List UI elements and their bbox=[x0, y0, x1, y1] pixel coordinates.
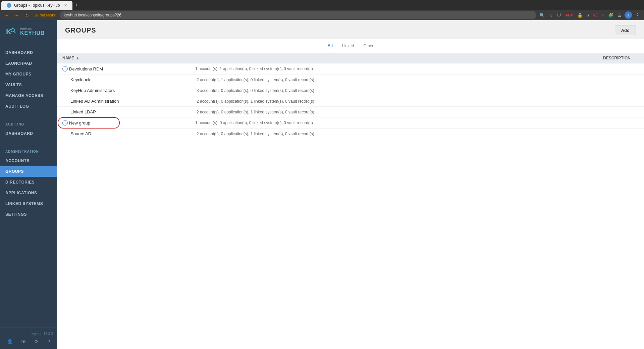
row-group-name: Keycloack bbox=[69, 77, 197, 82]
table-area: All Linked Other NAME ▲ DESCRIPTION i De… bbox=[57, 39, 644, 349]
sidebar-item-auditing-dashboard[interactable]: DASHBOARD bbox=[0, 128, 57, 139]
menu-button[interactable]: ⋮ bbox=[634, 11, 641, 19]
row-stats: 1 account(s), 0 application(s), 0 linked… bbox=[195, 120, 639, 125]
sidebar-logo: K topicus KEYHUB bbox=[0, 20, 57, 42]
browser-toolbar: ← → ↻ ⚠ Not secure keyhub.local/console/… bbox=[0, 10, 644, 20]
sidebar-item-launchpad[interactable]: LAUNCHPAD bbox=[0, 58, 57, 69]
address-bar[interactable]: keyhub.local/console/groups?26 bbox=[60, 11, 536, 19]
column-name-header[interactable]: NAME ▲ bbox=[62, 56, 197, 60]
sidebar: K topicus KEYHUB DASHBOARD LAUNCHPAD MY … bbox=[0, 20, 57, 349]
row-group-name-new: New group bbox=[68, 120, 195, 126]
user-icon[interactable]: 👤 bbox=[7, 339, 13, 344]
sidebar-item-directories[interactable]: DIRECTORIES bbox=[0, 177, 57, 188]
table-row-new-group[interactable]: i New group 1 account(s), 0 application(… bbox=[57, 117, 644, 129]
sidebar-item-groups[interactable]: GROUPS bbox=[0, 166, 57, 177]
tab-title: Groups - Topicus KeyHub bbox=[14, 3, 60, 8]
page-title: GROUPS bbox=[65, 27, 96, 34]
logo-name: KEYHUB bbox=[20, 30, 45, 36]
admin-section-header: ADMINISTRATION bbox=[0, 150, 57, 155]
sidebar-item-dashboard[interactable]: DASHBOARD bbox=[0, 47, 57, 58]
sidebar-item-my-groups[interactable]: MY GROUPS bbox=[0, 69, 57, 80]
row-group-name: Source AD bbox=[69, 131, 197, 136]
table-row[interactable]: Linked AD Administration 2 account(s), 0… bbox=[57, 96, 644, 107]
user-avatar[interactable]: J bbox=[625, 11, 632, 19]
active-tab[interactable]: Groups - Topicus KeyHub ✕ bbox=[1, 1, 72, 10]
sidebar-auditing-section: AUDITING DASHBOARD bbox=[0, 117, 57, 139]
logo-icon: K bbox=[5, 26, 17, 38]
shield-icon[interactable]: 🛡 bbox=[556, 12, 562, 18]
browser-chrome: Groups - Topicus KeyHub ✕ + ← → ↻ ⚠ Not … bbox=[0, 0, 644, 20]
row-group-name: Linked LDAP bbox=[69, 109, 197, 114]
toolbar-actions: 🔍 ☆ 🛡 ABP 🔒 S Ⓡ R 🧩 ☰ J bbox=[538, 11, 632, 19]
filter-tab-all[interactable]: All bbox=[326, 43, 334, 49]
sidebar-footer: keyhub-16.3-3 👤 👁 ⟳ ? bbox=[0, 328, 57, 349]
row-stats: 2 account(s), 1 application(s), 0 linked… bbox=[197, 78, 639, 82]
sidebar-item-accounts[interactable]: ACCOUNTS bbox=[0, 155, 57, 166]
security-indicator: ⚠ Not secure bbox=[33, 13, 58, 17]
table-row[interactable]: KeyHub Administrators 3 account(s), 0 ap… bbox=[57, 85, 644, 96]
row-group-name: Linked AD Administration bbox=[69, 99, 197, 104]
row-stats: 3 account(s), 0 application(s), 0 linked… bbox=[197, 88, 639, 93]
row-group-name: KeyHub Administrators bbox=[69, 88, 197, 93]
forward-button[interactable]: → bbox=[13, 13, 21, 18]
info-icon: i bbox=[62, 66, 68, 71]
address-text: keyhub.local/console/groups?26 bbox=[64, 13, 121, 17]
filter-tab-other[interactable]: Other bbox=[362, 43, 375, 49]
extension-icon-6[interactable]: 🧩 bbox=[607, 12, 614, 18]
extension-icon-5[interactable]: R bbox=[600, 12, 605, 18]
sidebar-item-settings[interactable]: SETTINGS bbox=[0, 209, 57, 220]
column-description-header: DESCRIPTION bbox=[197, 56, 639, 60]
sidebar-admin-section: ADMINISTRATION ACCOUNTS GROUPS DIRECTORI… bbox=[0, 144, 57, 220]
new-tab-button[interactable]: + bbox=[72, 1, 81, 9]
sidebar-version: keyhub-16.3-3 bbox=[0, 331, 57, 337]
table-row[interactable]: Linked LDAP 2 account(s), 0 application(… bbox=[57, 107, 644, 117]
sort-arrow-icon: ▲ bbox=[75, 56, 79, 60]
table-row[interactable]: Source AD 2 account(s), 0 application(s)… bbox=[57, 129, 644, 139]
search-icon[interactable]: 🔍 bbox=[538, 12, 546, 18]
extension-icon-4[interactable]: Ⓡ bbox=[592, 11, 598, 19]
eye-icon[interactable]: 👁 bbox=[21, 339, 26, 344]
reload-button[interactable]: ↻ bbox=[23, 13, 31, 18]
sidebar-item-vaults[interactable]: VAULTS bbox=[0, 80, 57, 90]
table-row[interactable]: i Devolutions RDM 1 account(s), 1 applic… bbox=[57, 63, 644, 74]
refresh-icon[interactable]: ⟳ bbox=[35, 339, 39, 344]
svg-text:K: K bbox=[6, 28, 11, 36]
tab-favicon bbox=[7, 3, 11, 8]
sidebar-item-manage-access[interactable]: MANAGE ACCESS bbox=[0, 90, 57, 101]
row-stats: 1 account(s), 1 application(s), 0 linked… bbox=[195, 66, 639, 71]
sidebar-main-section: DASHBOARD LAUNCHPAD MY GROUPS VAULTS MAN… bbox=[0, 42, 57, 112]
row-stats: 2 account(s), 0 application(s), 1 linked… bbox=[197, 110, 639, 114]
sidebar-item-audit-log[interactable]: AUDIT LOG bbox=[0, 101, 57, 112]
table-row[interactable]: Keycloack 2 account(s), 1 application(s)… bbox=[57, 74, 644, 85]
row-stats: 2 account(s), 0 application(s), 1 linked… bbox=[197, 132, 639, 136]
extension-icon-7[interactable]: ☰ bbox=[616, 12, 623, 18]
table-header: NAME ▲ DESCRIPTION bbox=[57, 53, 644, 63]
main-header: GROUPS Add bbox=[57, 20, 644, 39]
browser-tabs: Groups - Topicus KeyHub ✕ + bbox=[0, 0, 644, 10]
extension-icon-3[interactable]: S bbox=[586, 12, 590, 18]
sidebar-item-linked-systems[interactable]: LINKED SYSTEMS bbox=[0, 198, 57, 209]
logo-brand: topicus bbox=[20, 27, 45, 30]
security-text: Not secure bbox=[40, 13, 56, 17]
add-button[interactable]: Add bbox=[615, 26, 636, 35]
row-stats: 2 account(s), 0 application(s), 1 linked… bbox=[197, 99, 639, 104]
filter-tabs: All Linked Other bbox=[57, 39, 644, 53]
back-button[interactable]: ← bbox=[3, 13, 11, 18]
table-body: i Devolutions RDM 1 account(s), 1 applic… bbox=[57, 63, 644, 139]
svg-line-2 bbox=[14, 31, 15, 33]
extension-icon-1[interactable]: ABP bbox=[564, 12, 574, 18]
filter-tab-linked[interactable]: Linked bbox=[341, 43, 355, 49]
sidebar-footer-icons: 👤 👁 ⟳ ? bbox=[0, 337, 57, 346]
auditing-section-header: AUDITING bbox=[0, 122, 57, 128]
main-content: GROUPS Add All Linked Other NAME ▲ DESCR… bbox=[57, 20, 644, 349]
extension-icon-2[interactable]: 🔒 bbox=[576, 12, 584, 18]
app-container: K topicus KEYHUB DASHBOARD LAUNCHPAD MY … bbox=[0, 20, 644, 349]
row-group-name: Devolutions RDM bbox=[68, 66, 195, 71]
bookmark-icon[interactable]: ☆ bbox=[548, 12, 554, 18]
tab-close-button[interactable]: ✕ bbox=[64, 3, 67, 8]
info-icon: i bbox=[62, 120, 68, 126]
warning-icon: ⚠ bbox=[35, 13, 38, 17]
sidebar-item-applications[interactable]: APPLICATIONS bbox=[0, 188, 57, 198]
help-icon[interactable]: ? bbox=[47, 339, 50, 344]
